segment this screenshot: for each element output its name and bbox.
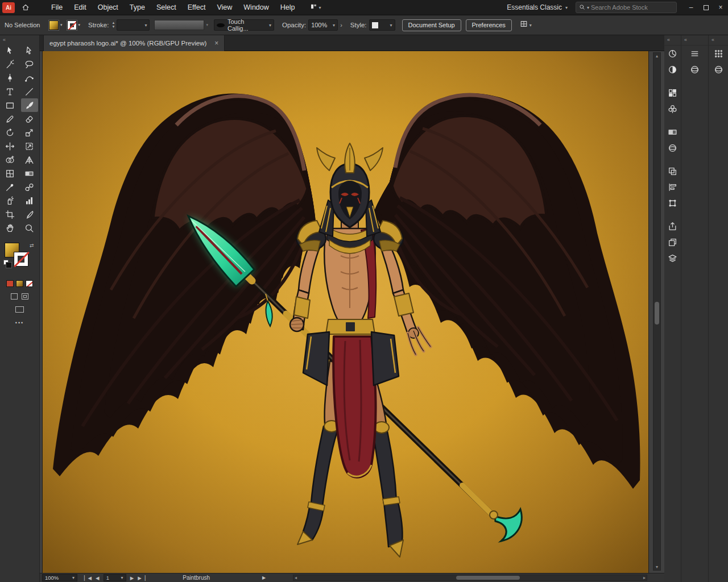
gradient-tool[interactable] (21, 167, 38, 180)
rotate-tool[interactable] (2, 126, 19, 139)
layers-panel-icon[interactable] (664, 250, 681, 266)
symbols-panel-icon[interactable] (664, 101, 681, 117)
mesh-tool[interactable] (2, 167, 19, 180)
draw-inside-icon[interactable] (22, 293, 28, 300)
color-guide-panel-icon[interactable] (664, 61, 681, 77)
free-transform-tool[interactable] (21, 139, 38, 153)
document-arrange-button[interactable]: ▾ (310, 2, 321, 13)
menu-view[interactable]: View (211, 0, 238, 15)
status-play-icon[interactable]: ▶ (262, 575, 266, 580)
rectangle-tool[interactable] (2, 98, 19, 112)
scroll-right-icon[interactable]: ▸ (643, 575, 646, 580)
align-panel-icon[interactable] (664, 179, 681, 195)
opacity-combo[interactable]: 100% ▾ (308, 19, 338, 31)
stroke-color-indicator[interactable] (14, 252, 28, 267)
tab-close-icon[interactable]: × (214, 39, 218, 47)
eyedropper-tool[interactable] (2, 180, 19, 194)
preferences-button[interactable]: Preferences (466, 19, 512, 31)
perspective-grid-tool[interactable] (21, 153, 38, 167)
3d-panel-icon[interactable] (681, 61, 708, 77)
last-artboard-button[interactable]: ▶▕ (138, 575, 145, 581)
gradient-button[interactable] (16, 280, 23, 287)
opacity-panel-arrow-icon[interactable]: › (340, 22, 342, 28)
3d-panel-icon[interactable] (664, 140, 681, 156)
dock-collapse-button[interactable]: « (709, 35, 728, 45)
menu-object[interactable]: Object (92, 0, 124, 15)
selection-tool[interactable] (2, 44, 19, 57)
menu-select[interactable]: Select (151, 0, 182, 15)
snap-options-button[interactable]: ▾ (520, 20, 532, 30)
edit-toolbar-button[interactable]: ••• (0, 320, 39, 326)
pencil-tool[interactable] (2, 112, 19, 126)
menu-effect[interactable]: Effect (182, 0, 212, 15)
artboards-panel-icon[interactable] (664, 163, 681, 179)
vertical-scroll-thumb[interactable] (655, 302, 659, 325)
stroke-weight-combo[interactable]: ▾ (117, 19, 150, 31)
color-button[interactable] (6, 280, 14, 287)
menu-edit[interactable]: Edit (68, 0, 92, 15)
style-combo[interactable]: ▾ (369, 19, 395, 31)
scroll-up-icon[interactable]: ▴ (653, 53, 660, 59)
fill-color-swatch[interactable] (49, 20, 59, 30)
transform-panel-icon[interactable] (664, 195, 681, 211)
pen-tool[interactable] (2, 71, 19, 85)
next-artboard-button[interactable]: ▶ (130, 575, 134, 581)
symbol-sprayer-tool[interactable] (2, 194, 19, 207)
vertical-scrollbar[interactable]: ▴ ▾ (653, 52, 661, 571)
hand-tool[interactable] (2, 221, 19, 235)
asset-export-panel-icon[interactable] (664, 218, 681, 234)
canvas-area[interactable]: ▴ ▾ (40, 51, 664, 573)
slice-tool[interactable] (21, 207, 38, 221)
zoom-level-combo[interactable]: 100% ▾ (42, 574, 77, 581)
magic-wand-tool[interactable] (2, 57, 19, 71)
menu-file[interactable]: File (46, 0, 68, 15)
document-setup-button[interactable]: Document Setup (402, 19, 461, 31)
zoom-tool[interactable] (21, 221, 38, 235)
artboard-number-combo[interactable]: 1 ▾ (104, 574, 126, 581)
app-logo-icon[interactable]: Ai (2, 2, 15, 13)
gradient-panel-icon[interactable] (664, 124, 681, 140)
curvature-tool[interactable] (21, 71, 38, 85)
globe-panel-icon[interactable] (709, 61, 728, 77)
dock-collapse-button[interactable]: « (681, 35, 708, 45)
stroke-weight-stepper[interactable]: ▲▼ (111, 21, 115, 29)
previous-artboard-button[interactable]: ◀ (96, 575, 100, 581)
shape-builder-tool[interactable] (2, 153, 19, 167)
minimize-button[interactable]: – (684, 0, 698, 15)
close-button[interactable]: × (713, 0, 728, 15)
toolbar-collapse-button[interactable]: « (0, 35, 39, 44)
document-tab[interactable]: egypt pharaosh logo.ai* @ 100% (RGB/GPU … (43, 35, 225, 51)
width-tool[interactable] (2, 139, 19, 153)
dock-collapse-button[interactable]: « (664, 35, 681, 45)
width-profile-combo[interactable] (154, 20, 204, 30)
direct-selection-tool[interactable] (21, 44, 38, 57)
color-panel-icon[interactable] (664, 45, 681, 61)
paintbrush-tool[interactable] (21, 98, 38, 112)
menu-help[interactable]: Help (275, 0, 301, 15)
home-icon[interactable] (22, 3, 30, 11)
menu-type[interactable]: Type (124, 0, 151, 15)
horizontal-scroll-thumb[interactable] (456, 576, 520, 580)
stock-search[interactable]: ▾ (576, 2, 677, 13)
menu-window[interactable]: Window (238, 0, 274, 15)
horizontal-scrollbar[interactable]: ◂ ▸ (293, 575, 647, 581)
swap-fill-stroke-icon[interactable]: ⇄ (30, 243, 34, 248)
workspace-switcher[interactable]: Essentials Classic ▾ (507, 3, 568, 11)
restore-button[interactable] (698, 0, 713, 15)
draw-normal-icon[interactable] (11, 293, 18, 300)
first-artboard-button[interactable]: ▏◀ (84, 575, 92, 581)
brush-definition-combo[interactable]: Touch Callig... ▾ (214, 19, 274, 31)
default-fill-stroke-icon[interactable] (3, 260, 9, 265)
type-tool[interactable] (2, 85, 19, 98)
scroll-left-icon[interactable]: ◂ (295, 575, 297, 580)
none-button[interactable] (26, 280, 33, 287)
artboard-tool[interactable] (2, 207, 19, 221)
line-segment-tool[interactable] (21, 85, 38, 98)
scale-tool[interactable] (21, 126, 38, 139)
blend-tool[interactable] (21, 180, 38, 194)
eraser-tool[interactable] (21, 112, 38, 126)
panel-menu-panel-icon[interactable] (681, 45, 708, 61)
scroll-down-icon[interactable]: ▾ (653, 564, 660, 569)
apps-panel-icon[interactable] (709, 45, 728, 61)
lasso-tool[interactable] (21, 57, 38, 71)
